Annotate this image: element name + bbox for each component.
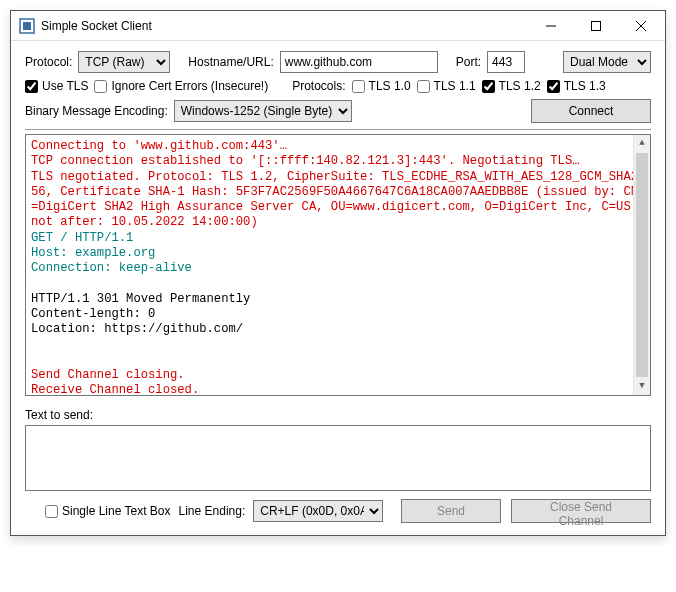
separator — [25, 129, 651, 130]
app-icon — [19, 18, 35, 34]
tls-row: Use TLS Ignore Cert Errors (Insecure!) P… — [25, 79, 651, 93]
content-area: Protocol: TCP (Raw) Hostname/URL: Port: … — [11, 41, 665, 535]
ignore-cert-checkbox[interactable]: Ignore Cert Errors (Insecure!) — [94, 79, 268, 93]
line-ending-label: Line Ending: — [179, 504, 246, 518]
maximize-button[interactable] — [573, 12, 618, 40]
protocol-label: Protocol: — [25, 55, 72, 69]
tls12-checkbox[interactable]: TLS 1.2 — [482, 79, 541, 93]
hostname-label: Hostname/URL: — [188, 55, 273, 69]
app-window: Simple Socket Client Protocol: TCP (Raw)… — [10, 10, 666, 536]
line-ending-select[interactable]: CR+LF (0x0D, 0x0A) — [253, 500, 383, 522]
scroll-up-icon[interactable]: ▲ — [634, 135, 650, 152]
encoding-select[interactable]: Windows-1252 (Single Byte) — [174, 100, 352, 122]
close-button[interactable] — [618, 12, 663, 40]
encoding-label: Binary Message Encoding: — [25, 104, 168, 118]
connection-row: Protocol: TCP (Raw) Hostname/URL: Port: … — [25, 51, 651, 73]
scroll-down-icon[interactable]: ▼ — [634, 378, 650, 395]
log-output[interactable]: Connecting to 'www.github.com:443'… TCP … — [25, 134, 651, 396]
hostname-input[interactable] — [280, 51, 438, 73]
window-title: Simple Socket Client — [41, 19, 528, 33]
send-textarea[interactable] — [25, 425, 651, 491]
tls13-checkbox[interactable]: TLS 1.3 — [547, 79, 606, 93]
single-line-checkbox[interactable]: Single Line Text Box — [45, 504, 171, 518]
bottom-row: Single Line Text Box Line Ending: CR+LF … — [25, 499, 651, 523]
svg-rect-3 — [591, 21, 600, 30]
protocol-select[interactable]: TCP (Raw) — [78, 51, 170, 73]
tls11-checkbox[interactable]: TLS 1.1 — [417, 79, 476, 93]
encoding-row: Binary Message Encoding: Windows-1252 (S… — [25, 99, 651, 123]
port-label: Port: — [456, 55, 481, 69]
minimize-button[interactable] — [528, 12, 573, 40]
scroll-thumb[interactable] — [636, 153, 648, 377]
protocols-label: Protocols: — [292, 79, 345, 93]
close-send-button[interactable]: Close Send Channel — [511, 499, 651, 523]
send-button[interactable]: Send — [401, 499, 501, 523]
dual-mode-select[interactable]: Dual Mode — [563, 51, 651, 73]
connect-button[interactable]: Connect — [531, 99, 651, 123]
svg-rect-1 — [23, 22, 31, 30]
send-label: Text to send: — [25, 408, 651, 422]
tls10-checkbox[interactable]: TLS 1.0 — [352, 79, 411, 93]
titlebar: Simple Socket Client — [11, 11, 665, 41]
log-scrollbar[interactable]: ▲▼ — [633, 135, 650, 395]
port-input[interactable] — [487, 51, 525, 73]
use-tls-checkbox[interactable]: Use TLS — [25, 79, 88, 93]
